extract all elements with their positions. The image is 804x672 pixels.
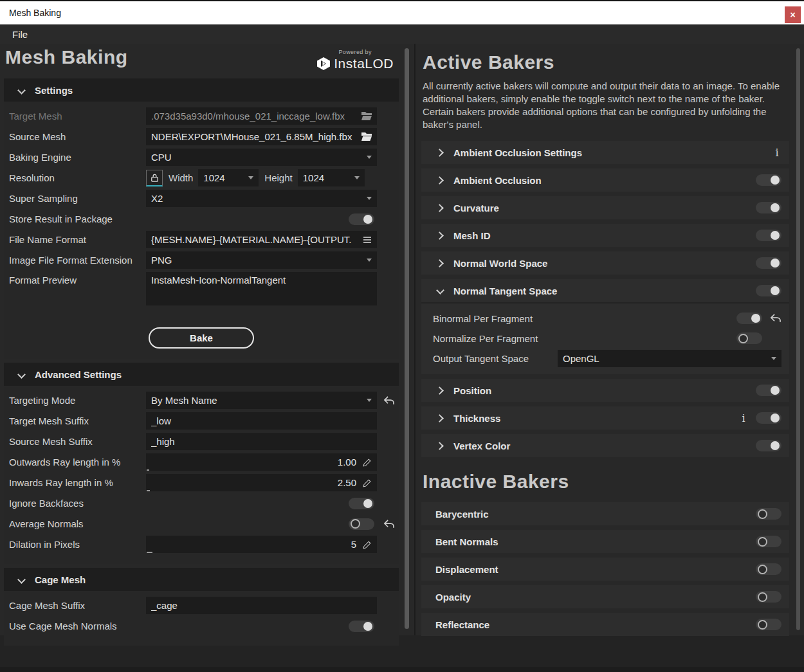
info-icon[interactable]: i — [772, 147, 781, 159]
opacity-header[interactable]: Opacity — [421, 585, 789, 608]
source-mesh-row: Source Mesh NDER\EXPORT\MHouse_021_6.85M… — [4, 128, 399, 145]
chevron-down-icon[interactable] — [18, 372, 24, 377]
normalize-toggle[interactable] — [736, 332, 762, 344]
inwards-ray-field[interactable]: 2.50 — [146, 474, 377, 491]
chevron-right-icon[interactable] — [437, 442, 443, 448]
source-suffix-field[interactable]: _high — [146, 433, 377, 450]
height-dropdown[interactable]: 1024 — [298, 169, 365, 186]
right-scrollbar[interactable] — [796, 48, 800, 630]
opacity-toggle[interactable] — [756, 591, 781, 603]
mesh-id-header[interactable]: Mesh ID — [421, 224, 789, 247]
file-name-format-value: {MESH.NAME}-{MATERIAL.NAME}-{OUTPUT. — [151, 234, 363, 245]
cage-suffix-field[interactable]: _cage — [146, 597, 377, 614]
undo-icon[interactable] — [383, 395, 395, 406]
normalize-row: Normalize Per Fragment — [428, 330, 781, 347]
chevron-down-icon[interactable] — [18, 87, 24, 93]
barycentric-header[interactable]: Barycentric — [421, 502, 789, 525]
normal-world-space-toggle[interactable] — [756, 257, 781, 269]
source-mesh-field[interactable]: NDER\EXPORT\MHouse_021_6.85M_high.fbx — [146, 128, 377, 145]
ao-settings-header[interactable]: Ambient Occlusion Settings i — [421, 141, 789, 164]
bent-normals-header[interactable]: Bent Normals — [421, 530, 789, 553]
chevron-right-icon[interactable] — [437, 177, 443, 183]
vertex-color-toggle[interactable] — [756, 440, 781, 451]
ambient-occlusion-toggle[interactable] — [756, 174, 781, 186]
caret-down-icon — [367, 197, 372, 200]
baking-engine-dropdown[interactable]: CPU — [146, 149, 377, 166]
targeting-mode-dropdown[interactable]: By Mesh Name — [146, 392, 377, 409]
output-tangent-space-row: Output Tangent Space OpenGL — [428, 350, 781, 367]
file-name-format-field[interactable]: {MESH.NAME}-{MATERIAL.NAME}-{OUTPUT. — [146, 231, 377, 248]
target-mesh-label: Target Mesh — [9, 111, 146, 122]
curvature-header[interactable]: Curvature — [421, 196, 789, 219]
ignore-backfaces-toggle[interactable] — [349, 498, 374, 509]
settings-section: Settings Target Mesh .073d35a93d0/mhouse… — [4, 78, 399, 359]
settings-section-header[interactable]: Settings — [4, 78, 399, 102]
bake-button[interactable]: Bake — [149, 327, 254, 349]
thickness-toggle[interactable] — [756, 412, 781, 424]
chevron-right-icon[interactable] — [437, 415, 443, 421]
format-preview-label: Format Preview — [9, 275, 146, 286]
chevron-right-icon[interactable] — [437, 387, 443, 393]
chevron-down-icon[interactable] — [437, 287, 443, 293]
baker-card-curvature: Curvature — [421, 196, 789, 219]
chevron-right-icon[interactable] — [437, 232, 443, 238]
left-scrollbar[interactable] — [405, 48, 409, 629]
normal-tangent-space-body: Binormal Per Fragment Normalize Per Frag… — [421, 302, 789, 374]
output-tangent-space-dropdown[interactable]: OpenGL — [558, 350, 781, 367]
displacement-header[interactable]: Displacement — [421, 558, 789, 581]
info-icon[interactable]: i — [739, 412, 748, 424]
target-suffix-field[interactable]: _low — [146, 412, 377, 430]
normal-tangent-space-toggle[interactable] — [756, 285, 781, 296]
image-format-row: Image File Format Extension PNG — [4, 251, 399, 269]
pencil-icon[interactable] — [363, 540, 372, 549]
position-header[interactable]: Position — [421, 379, 789, 402]
width-dropdown[interactable]: 1024 — [198, 169, 259, 186]
cage-mesh-section: Cage Mesh Cage Mesh Suffix _cage Use Cag… — [4, 568, 399, 646]
reflectance-toggle[interactable] — [756, 619, 781, 630]
baker-title: Reflectance — [435, 619, 489, 630]
dilation-field[interactable]: 5 — [146, 536, 377, 553]
chevron-down-icon[interactable] — [18, 577, 24, 583]
source-suffix-value: _high — [151, 436, 372, 447]
image-format-dropdown[interactable]: PNG — [146, 251, 377, 269]
barycentric-toggle[interactable] — [756, 508, 781, 520]
pencil-icon[interactable] — [363, 478, 372, 487]
resolution-lock-button[interactable] — [146, 170, 163, 186]
curvature-toggle[interactable] — [756, 202, 781, 213]
chevron-right-icon[interactable] — [437, 149, 443, 155]
binormal-toggle[interactable] — [736, 313, 762, 324]
reflectance-header[interactable]: Reflectance — [421, 613, 789, 636]
targeting-mode-row: Targeting Mode By Mesh Name — [4, 392, 399, 409]
ambient-occlusion-header[interactable]: Ambient Occlusion — [421, 168, 789, 192]
chevron-right-icon[interactable] — [437, 260, 443, 266]
normal-world-space-header[interactable]: Normal World Space — [421, 251, 789, 275]
average-normals-toggle[interactable] — [349, 518, 374, 530]
normal-tangent-space-header[interactable]: Normal Tangent Space — [421, 279, 789, 302]
pencil-icon[interactable] — [363, 458, 372, 467]
chevron-right-icon[interactable] — [437, 204, 443, 210]
outwards-ray-value: 1.00 — [151, 457, 356, 468]
ignore-backfaces-row: Ignore Backfaces — [4, 495, 399, 512]
hamburger-icon[interactable] — [363, 236, 372, 244]
menu-file[interactable]: File — [8, 27, 32, 42]
displacement-toggle[interactable] — [756, 563, 781, 575]
folder-icon[interactable] — [361, 132, 372, 141]
cage-mesh-header[interactable]: Cage Mesh — [4, 568, 399, 591]
use-cage-normals-toggle[interactable] — [349, 621, 374, 632]
super-sampling-dropdown[interactable]: X2 — [146, 190, 377, 207]
thickness-header[interactable]: Thickness i — [421, 406, 789, 430]
bent-normals-toggle[interactable] — [756, 536, 781, 547]
close-button[interactable]: × — [785, 6, 801, 23]
vertex-color-header[interactable]: Vertex Color — [421, 434, 789, 457]
advanced-settings-header[interactable]: Advanced Settings — [4, 363, 399, 386]
outwards-ray-field[interactable]: 1.00 — [146, 453, 377, 471]
mesh-id-toggle[interactable] — [756, 230, 781, 241]
window-titlebar[interactable]: Mesh Baking × — [0, 0, 804, 24]
position-toggle[interactable] — [756, 385, 781, 396]
undo-icon[interactable] — [769, 313, 781, 323]
baker-title: Mesh ID — [453, 230, 491, 241]
store-result-toggle[interactable] — [349, 213, 374, 225]
source-mesh-label: Source Mesh — [9, 131, 146, 142]
undo-icon[interactable] — [383, 519, 395, 529]
inwards-ray-row: Inwards Ray length in % 2.50 — [4, 474, 399, 491]
